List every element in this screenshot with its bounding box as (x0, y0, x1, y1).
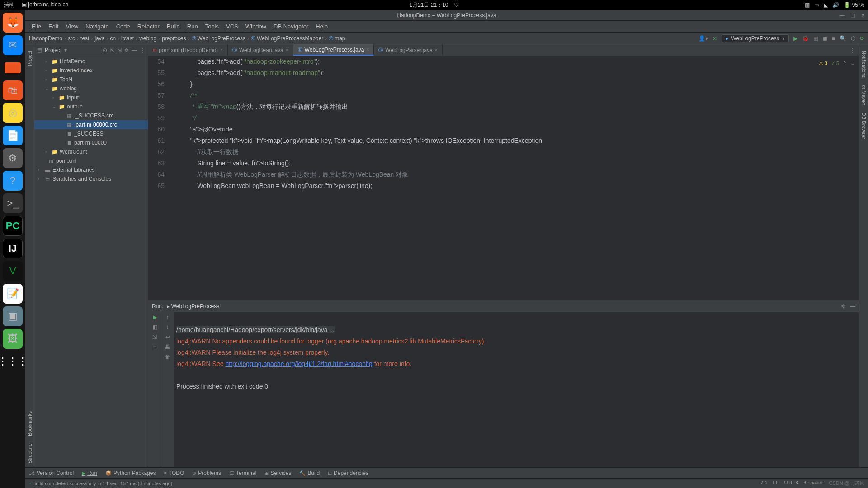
layout-icon[interactable]: ⇲ (152, 334, 157, 340)
tool-db-browser[interactable]: DB Browser (860, 109, 868, 143)
tree-item[interactable]: ›📁InvertedIndex (34, 66, 148, 75)
up-icon[interactable]: ↑ (166, 314, 169, 320)
dock-intellij[interactable]: IJ (3, 239, 23, 258)
dock-pycharm[interactable]: PC (3, 216, 23, 236)
close-icon[interactable]: × (286, 47, 288, 52)
tool-run[interactable]: ▶Run (82, 470, 97, 476)
run-button[interactable]: ▶ (793, 35, 797, 42)
line-ending[interactable]: LF (773, 480, 779, 487)
inspect-down[interactable]: ⌄ (850, 58, 854, 69)
ide-settings-icon[interactable]: ⬡ (851, 35, 855, 42)
volume-icon[interactable]: 🔊 (832, 2, 839, 8)
run-settings-icon[interactable]: ✲ (841, 303, 845, 310)
menu-navigate[interactable]: Navigate (83, 22, 111, 31)
down-icon[interactable]: ↓ (166, 324, 169, 330)
tree-item[interactable]: ›📁WordCount (34, 147, 148, 156)
menu-vcs[interactable]: VCS (223, 22, 241, 31)
tabs-more[interactable]: ⋮ (846, 44, 859, 56)
tool-project[interactable]: Project (26, 47, 33, 70)
user-icon[interactable]: 👤▾ (698, 35, 708, 42)
tray-icon[interactable]: ▥ (805, 2, 810, 8)
menu-file[interactable]: File (29, 22, 44, 31)
tree-item[interactable]: mpom.xml (34, 156, 148, 165)
debug-button[interactable]: 🐞 (802, 35, 809, 42)
tree-item[interactable]: ⌄📁weblog (34, 84, 148, 93)
tree-item[interactable]: ›📁HdfsDemo (34, 57, 148, 66)
tree-item[interactable]: ›📁input (34, 93, 148, 102)
bell-icon[interactable]: ♡ (454, 2, 459, 8)
menu-build[interactable]: Build (164, 22, 183, 31)
tool-todo[interactable]: ≡TODO (164, 470, 184, 476)
indent[interactable]: 4 spaces (804, 480, 824, 487)
breadcrumb[interactable]: itcast (121, 35, 139, 42)
close-icon[interactable]: × (366, 47, 369, 52)
breadcrumb[interactable]: ⒸWebLogPreProcess (192, 35, 251, 42)
tree-item[interactable]: ≣part-m-00000 (34, 138, 148, 147)
collapse-all-icon[interactable]: ⇲ (117, 47, 122, 53)
dock-texteditor[interactable]: 📝 (3, 284, 23, 304)
editor-tab[interactable]: ⒸWebLogBean.java× (228, 44, 293, 56)
dock-settings[interactable]: ⚙ (3, 148, 23, 168)
breadcrumb[interactable]: HadoopDemo (29, 35, 68, 42)
dock-vim[interactable]: V (3, 261, 23, 281)
tool-terminal[interactable]: 🖵Terminal (229, 470, 256, 476)
dock-software[interactable]: 🛍 (3, 80, 23, 100)
tool-structure[interactable]: Structure (26, 440, 33, 467)
activities-label[interactable]: 活动 (4, 1, 14, 9)
tree-item[interactable]: ▦._SUCCESS.crc (34, 111, 148, 120)
breadcrumb[interactable]: java (94, 35, 110, 42)
tool-notifications[interactable]: Notifications (860, 47, 868, 81)
menu-tools[interactable]: Tools (203, 22, 222, 31)
close-icon[interactable]: × (220, 47, 223, 52)
dock-show-apps[interactable]: ⋮⋮⋮ (3, 352, 23, 371)
tree-item[interactable]: ›▬External Libraries (34, 165, 148, 174)
maximize-button[interactable]: ▢ (850, 12, 855, 19)
clear-icon[interactable]: 🗑 (165, 354, 170, 360)
wifi-icon[interactable]: ◣ (824, 2, 828, 8)
project-tree[interactable]: ›📁HdfsDemo›📁InvertedIndex›📁TopN⌄📁weblog›… (34, 56, 148, 467)
settings-icon[interactable]: ✲ (124, 47, 129, 53)
scroll-icon[interactable]: 🖶 (165, 344, 170, 350)
dock-writer[interactable]: 📄 (3, 126, 23, 145)
menu-code[interactable]: Code (113, 22, 133, 31)
menu-view[interactable]: View (63, 22, 81, 31)
console-output[interactable]: /home/huanganchi/Hadoop/export/servers/j… (174, 312, 859, 467)
build-icon[interactable]: ⤨ (712, 35, 717, 42)
dock-terminal[interactable]: >_ (3, 193, 23, 213)
tool-maven[interactable]: m Maven (860, 81, 868, 109)
tree-item[interactable]: ›▭Scratches and Consoles (34, 174, 148, 183)
search-icon[interactable]: 🔍 (840, 35, 846, 42)
dock-image[interactable]: 🖼 (3, 329, 23, 349)
dock-virtualbox[interactable]: ▣ (3, 306, 23, 326)
tool-bookmarks[interactable]: Bookmarks (26, 408, 33, 440)
editor-tab[interactable]: ⒸWebLogParser.java× (374, 44, 442, 56)
run-config-name[interactable]: ▸ WebLogPreProcess (167, 303, 219, 310)
dock-rhythmbox[interactable]: ◎ (3, 103, 23, 123)
more-icon[interactable]: ⋮ (140, 47, 145, 53)
encoding[interactable]: UTF-8 (784, 480, 798, 487)
breadcrumb[interactable]: ⒸWebLogPreProcessMapper (251, 35, 329, 42)
tool-version-control[interactable]: ⎇Version Control (29, 470, 74, 476)
tool-services[interactable]: ⊞Services (264, 470, 291, 476)
select-opened-icon[interactable]: ⊙ (103, 47, 107, 53)
minimize-button[interactable]: — (840, 12, 845, 19)
clock[interactable]: 1月21日 21：10 (409, 1, 448, 9)
dock-firefox[interactable]: 🦊 (3, 13, 23, 33)
tree-item[interactable]: ≣_SUCCESS (34, 129, 148, 138)
weak-warnings-badge[interactable]: ✓ 5 (831, 58, 839, 69)
stop-icon[interactable]: ◧ (152, 324, 157, 330)
menu-edit[interactable]: Edit (46, 22, 61, 31)
run-config-combo[interactable]: ▸WebLogPreProcess▾ (722, 34, 789, 42)
menu-window[interactable]: Window (243, 22, 269, 31)
tray-icon[interactable]: ▭ (814, 2, 819, 8)
inspect-up[interactable]: ⌃ (843, 58, 847, 69)
editor-tab[interactable]: mpom.xml (HadoopDemo)× (148, 44, 228, 56)
breadcrumb[interactable]: src (68, 35, 80, 42)
menu-db-navigator[interactable]: DB Navigator (271, 22, 311, 31)
sync-icon[interactable]: ⟳ (860, 35, 864, 42)
dock-help[interactable]: ? (3, 171, 23, 191)
stop-button[interactable]: ■ (832, 35, 835, 42)
pin-icon[interactable]: ≡ (153, 344, 156, 350)
dock-thunderbird[interactable]: ✉ (3, 35, 23, 55)
close-icon[interactable]: × (435, 47, 438, 52)
